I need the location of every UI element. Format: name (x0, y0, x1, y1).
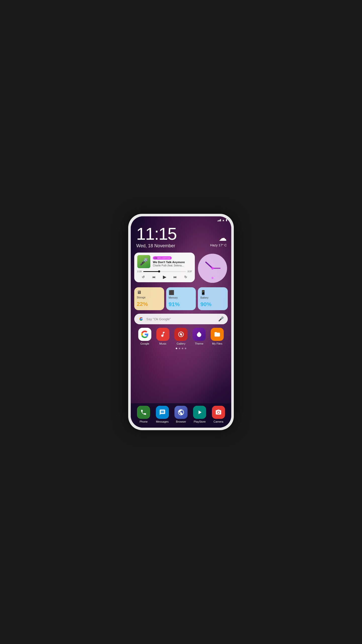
theme-app-label: Theme (195, 342, 203, 345)
page-dot-2 (179, 348, 180, 349)
music-title: We Don't Talk Anymore (153, 260, 192, 264)
app-google[interactable]: Google (138, 328, 151, 345)
playstore-icon-svg (196, 409, 203, 416)
browser-dock-label: Browser (176, 420, 186, 423)
gallery-app-label: Gallery (177, 342, 186, 345)
progress-bar[interactable] (143, 271, 186, 272)
dock-camera[interactable]: Camera (212, 406, 225, 423)
dock: Phone Messages Browser (131, 403, 231, 428)
stats-row: 🖥 Storage 22% ⬛ Memory 91% 📱 Battery 90% (134, 287, 228, 310)
play-icon[interactable]: ▶ (163, 274, 166, 280)
memory-label: Memory (169, 296, 194, 299)
music-progress: 2:20 3:37 (137, 270, 192, 273)
storage-widget[interactable]: 🖥 Storage 22% (134, 287, 164, 310)
prev-icon[interactable]: ⏮ (152, 275, 156, 279)
memory-widget[interactable]: ⬛ Memory 91% (166, 287, 196, 310)
headphone-icon: 🎧 (154, 257, 157, 259)
phone-screen: ▲ ▮ 11:15 Wed, 18 November ☁ Hazy 17° C (131, 216, 231, 428)
battery-widget-icon: 📱 (200, 290, 225, 295)
camera-dock-icon (212, 406, 225, 419)
google-app-label: Google (140, 342, 149, 345)
phone-dock-label: Phone (140, 420, 148, 423)
search-placeholder[interactable]: Say "Ok Google" (146, 317, 216, 321)
app-files[interactable]: My Files (211, 328, 224, 345)
rewind-icon[interactable]: ↺ (142, 275, 145, 279)
music-app-icon (156, 328, 169, 341)
device-badge: 🎧 WH-1000XM4 (153, 256, 172, 260)
theme-app-icon (193, 328, 206, 341)
files-app-label: My Files (212, 342, 222, 345)
app-grid: Google Music (134, 324, 228, 347)
theme-icon-svg (196, 331, 202, 338)
time-total: 3:37 (188, 270, 192, 273)
storage-label: Storage (137, 296, 162, 299)
battery-widget[interactable]: 📱 Battery 90% (198, 287, 228, 310)
camera-icon-svg (215, 409, 222, 416)
music-info: 🎧 WH-1000XM4 We Don't Talk Anymore Charl… (153, 255, 192, 267)
page-dot-3 (182, 348, 183, 349)
google-icon-svg (141, 331, 149, 338)
next-icon[interactable]: ⏭ (173, 275, 177, 279)
messages-icon-svg (159, 409, 166, 416)
battery-status-icon: ▮ (226, 218, 227, 222)
battery-value: 90% (200, 301, 225, 308)
app-gallery[interactable]: Gallery (174, 328, 188, 345)
weather-widget: ☁ Hazy 17° C (210, 233, 227, 247)
dock-phone[interactable]: Phone (137, 406, 150, 423)
progress-thumb (158, 270, 160, 272)
browser-icon-svg (177, 409, 185, 416)
playstore-dock-icon (193, 406, 206, 419)
messages-dock-icon (156, 406, 169, 419)
memory-value: 91% (169, 301, 194, 308)
app-theme[interactable]: Theme (193, 328, 206, 345)
dock-browser[interactable]: Browser (174, 406, 188, 423)
progress-fill (143, 271, 159, 272)
search-bar[interactable]: Say "Ok Google" 🎤 (134, 314, 228, 324)
svg-point-3 (211, 267, 214, 269)
weather-icon: ☁ (210, 233, 227, 243)
files-icon-svg (214, 331, 220, 338)
signal-icon (217, 219, 221, 221)
analog-clock-svg (197, 253, 228, 284)
music-top-row: 🎤 🎧 WH-1000XM4 We Don't Talk Anymore Cha… (137, 255, 192, 268)
content-area: 🎤 🎧 WH-1000XM4 We Don't Talk Anymore Cha… (131, 250, 231, 351)
memory-icon: ⬛ (169, 290, 194, 295)
page-dot-4 (185, 348, 186, 349)
storage-icon: 🖥 (137, 290, 162, 295)
browser-dock-icon (174, 406, 188, 419)
phone-dock-icon (137, 406, 150, 419)
music-icon-svg (160, 331, 166, 338)
messages-dock-label: Messages (156, 420, 169, 423)
page-dot-1 (176, 348, 177, 349)
music-controls: ↺ ⏮ ▶ ⏭ ↻ (137, 274, 192, 280)
svg-point-7 (217, 412, 219, 413)
dock-messages[interactable]: Messages (156, 406, 169, 423)
album-figure: 🎤 (140, 258, 148, 266)
gallery-icon-svg (178, 331, 184, 338)
files-app-icon (211, 328, 224, 341)
battery-label: Battery (200, 296, 225, 299)
google-app-icon (138, 328, 151, 341)
gallery-app-icon (174, 328, 188, 341)
status-icons: ▲ ▮ (217, 218, 227, 222)
mic-icon[interactable]: 🎤 (218, 316, 224, 322)
time-current: 2:20 (137, 270, 142, 273)
weather-text: Hazy 17° C (210, 243, 227, 247)
album-art: 🎤 (137, 255, 150, 268)
app-music[interactable]: Music (156, 328, 169, 345)
storage-value: 22% (137, 301, 162, 307)
analog-clock-widget (197, 253, 228, 285)
page-dots (134, 347, 228, 351)
music-artist: Charlie Puth (feat. Selena... (153, 264, 192, 267)
wifi-icon: ▲ (222, 219, 225, 222)
dock-playstore[interactable]: PlayStore (193, 406, 206, 423)
music-app-label: Music (159, 342, 167, 345)
google-search-logo (138, 316, 144, 322)
status-bar: ▲ ▮ (131, 216, 231, 223)
playstore-dock-label: PlayStore (194, 420, 206, 423)
phone-icon-svg (140, 409, 147, 416)
music-widget[interactable]: 🎤 🎧 WH-1000XM4 We Don't Talk Anymore Cha… (134, 253, 195, 282)
forward-icon[interactable]: ↻ (184, 275, 187, 279)
svg-point-4 (212, 277, 213, 279)
camera-dock-label: Camera (213, 420, 223, 423)
